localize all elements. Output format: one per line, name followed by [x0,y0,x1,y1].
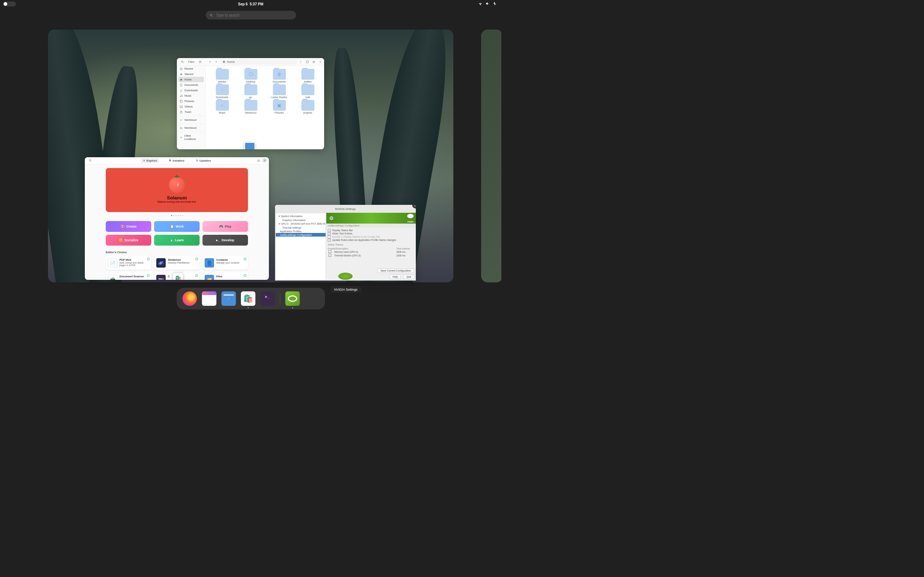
category-create[interactable]: 🎨Create [106,221,151,232]
folder-item[interactable]: go [237,84,264,98]
sidebar-item-home[interactable]: Home [178,77,204,82]
close-icon[interactable] [318,60,323,64]
sidebar-item-downloads[interactable]: Downloads [177,88,205,93]
gamepad-icon: 🎮 [219,225,223,228]
folder-item[interactable]: Nextcloud [237,100,264,114]
app-card[interactable]: 👤ContactsManage your contacts✓ [202,256,248,270]
banner-next-icon[interactable]: › [242,187,246,193]
hamburger-icon[interactable] [256,158,261,163]
sidebar-item-other-locations[interactable]: Other Locations [177,133,205,142]
system-tray[interactable] [478,2,497,6]
section-editors-choice: Editor's Choice [106,251,248,254]
quit-button[interactable]: Quit [403,274,414,279]
sidebar-item-recent[interactable]: Recent [177,66,205,71]
folder-item[interactable]: dotfiles [294,69,321,83]
tab-explore[interactable]: ✦Explore [141,158,159,163]
sidebar-toggle-icon[interactable] [197,60,202,64]
save-config-button[interactable]: Save Current Configuration [377,268,414,273]
files-icon-view[interactable]: articles🖵Desktop🗎Documentsdotfiles↓Downl… [206,66,324,149]
banner-title: Solanum [167,195,187,200]
category-learn[interactable]: ▲Learn [154,235,200,246]
folder-item[interactable]: ♪Music [208,100,236,114]
folder-item[interactable]: mail [294,84,321,98]
svg-point-2 [300,62,301,63]
dash-calendar[interactable] [202,292,216,306]
svg-rect-7 [180,100,182,102]
view-toggle-icon[interactable] [311,60,316,64]
nv-item-thermal[interactable]: Thermal Settings [276,226,326,229]
flask-icon: ▲ [170,239,173,242]
table-row[interactable]: Thermal Monitor (GPU 0)1000 ms [328,253,414,257]
sidebar-item-videos[interactable]: Videos [177,104,205,109]
overview-search[interactable] [206,11,296,19]
svg-rect-3 [306,61,308,63]
chk-update-rules[interactable]: Update Rules when an Application Profile… [328,239,414,242]
panel-time[interactable]: 5:37 PM [250,2,263,6]
table-row[interactable]: Memory Used (GPU 0)3000 ms [328,250,414,253]
nv-item-profiles[interactable]: Application Profiles [276,229,326,233]
new-tab-icon[interactable] [305,60,310,64]
category-work[interactable]: 📋Work [154,221,200,232]
sidebar-item-pictures[interactable]: Pictures [177,98,205,104]
software-window[interactable]: ✦Explore ⭘Installed ↻Updates ‹ › Solanum… [85,157,269,280]
solanum-icon [169,177,185,193]
app-card[interactable]: 📄PDF ModSplit, merge and delete pages in… [106,256,151,270]
dash-firefox[interactable] [182,292,197,306]
activities-pill[interactable] [3,2,16,6]
category-socialize[interactable]: 😊Socialize [106,235,151,246]
featured-banner[interactable]: ‹ › Solanum Balance working time and bre… [106,168,248,212]
search-icon[interactable] [180,60,185,64]
nv-item-graphics[interactable]: Graphics Information [276,218,326,222]
nv-item-config[interactable]: nvidia-settings Configuration [276,233,326,237]
files-title: Files [188,60,195,63]
files-window[interactable]: Files Home Recent Starred Home Documents… [177,58,324,149]
app-card[interactable]: 🌌StellariumDesktop Planetarium✓ [154,256,200,270]
chk-xdisplay: Include X Display Names in the Config Fi… [328,235,414,239]
sidebar-item-nextcloud-mount[interactable]: Nextcloud [177,125,205,131]
banner-dots[interactable] [106,215,248,216]
wifi-icon [478,2,483,6]
chk-status-bar[interactable]: Display Status Bar [328,229,414,232]
category-develop[interactable]: ▸_Develop [202,235,248,246]
workspace-next-peek[interactable] [481,29,501,282]
folder-item[interactable]: articles [208,69,236,83]
path-bar[interactable]: Home [220,60,297,64]
tab-installed[interactable]: ⭘Installed [166,158,186,163]
nv-item-gpu[interactable]: ▾ GPU 0 - (NVIDIA GeForce RTX 3050 6GB [276,222,326,226]
folder-item[interactable]: ▣Pictures [266,100,293,114]
tab-updates[interactable]: ↻Updates [194,158,213,163]
folder-item[interactable]: ↓Downloads [208,84,236,98]
dash-show-apps[interactable] [305,292,319,306]
sidebar-item-music[interactable]: Music [177,93,205,98]
sidebar-item-documents[interactable]: Documents [177,82,205,88]
dash-terminal[interactable]: ▸_ [260,292,275,306]
sidebar-item-starred[interactable]: Starred [177,71,205,77]
sidebar-item-nextcloud[interactable]: Nextcloud [177,117,205,122]
folder-item[interactable]: projects [294,100,321,114]
banner-prev-icon[interactable]: ‹ [108,187,112,193]
dash-nvidia[interactable] [285,292,300,306]
sidebar-item-trash[interactable]: Trash [177,109,205,115]
folder-item[interactable]: Larian Studios [266,84,293,98]
nvidia-settings-window[interactable]: ✕ NVIDIA Settings ▾ System Information G… [275,205,416,280]
menu-icon[interactable] [298,60,303,64]
palette-icon: 🎨 [121,225,124,228]
panel-date[interactable]: Sep 6 [238,2,247,6]
folder-item[interactable]: 🖵Desktop [237,69,264,83]
close-icon[interactable] [262,158,267,163]
folder-item[interactable]: 🗎Documents [266,69,293,83]
forward-icon[interactable] [214,60,219,64]
chk-slider-text[interactable]: Slider Text Entries [328,232,414,235]
category-play[interactable]: 🎮Play [202,221,248,232]
app-card[interactable]: 📁Files✓ [202,272,248,280]
dash-software[interactable]: 🛍️ [241,292,255,306]
search-icon[interactable] [88,158,93,163]
dash-files[interactable] [221,292,236,306]
nv-item-sysinfo[interactable]: ▾ System Information [276,214,326,218]
search-input[interactable] [216,13,292,17]
nvidia-banner: ⚙ NVIDIA [326,213,416,224]
gear-icon: ⚙ [329,215,334,221]
help-button[interactable]: Help [389,274,401,279]
back-icon[interactable] [207,60,212,64]
app-card[interactable]: 📠Document Scanner✓ [106,272,151,280]
